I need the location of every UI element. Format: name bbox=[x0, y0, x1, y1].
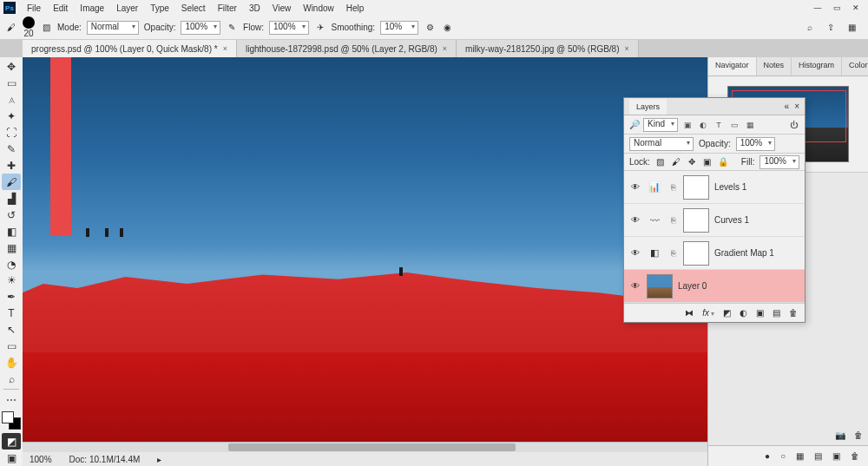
fill-input[interactable]: 100% bbox=[760, 155, 799, 169]
airbrush-icon[interactable]: ✈ bbox=[314, 22, 326, 34]
filter-pixel-icon[interactable]: ▣ bbox=[681, 119, 694, 131]
eraser-tool[interactable]: ◧ bbox=[2, 223, 21, 240]
pressure-opacity-icon[interactable]: ✎ bbox=[226, 22, 238, 34]
link-icon[interactable]: ⎘ bbox=[667, 249, 678, 258]
status-arrow-icon[interactable]: ▸ bbox=[157, 455, 161, 464]
eyedropper-tool[interactable]: ✎ bbox=[2, 141, 21, 158]
filter-type-icon[interactable]: T bbox=[713, 119, 725, 131]
quick-select-tool[interactable]: ✦ bbox=[2, 108, 21, 125]
layer-opacity-input[interactable]: 100% bbox=[736, 137, 776, 151]
close-icon[interactable]: × bbox=[625, 44, 629, 53]
new-layer-icon[interactable]: ▤ bbox=[773, 308, 780, 318]
menu-window[interactable]: Window bbox=[297, 2, 340, 15]
horizontal-scrollbar[interactable] bbox=[23, 442, 707, 452]
mode-select[interactable]: Normal bbox=[87, 21, 139, 35]
layers-panel[interactable]: Layers « × 🔎 Kind ▣ ◐ T ▭ ▦ ⏻ Normal Opa… bbox=[623, 97, 806, 323]
pressure-size-icon[interactable]: ◉ bbox=[441, 22, 453, 34]
close-icon[interactable]: × bbox=[223, 44, 227, 53]
visibility-icon[interactable]: 👁 bbox=[629, 248, 641, 258]
smoothing-input[interactable]: 10% bbox=[380, 21, 418, 35]
path-select-tool[interactable]: ↖ bbox=[2, 322, 21, 338]
layer-row[interactable]: 👁 📊 ⎘ Levels 1 bbox=[624, 171, 805, 204]
close-icon[interactable]: × bbox=[794, 102, 799, 111]
grid-icon[interactable]: ▦ bbox=[796, 451, 804, 461]
healing-tool[interactable]: ✚ bbox=[2, 158, 21, 174]
link-icon[interactable]: ⎘ bbox=[667, 216, 678, 225]
menu-file[interactable]: File bbox=[21, 2, 47, 15]
quick-mask-toggle[interactable]: ◩ bbox=[2, 433, 21, 450]
layer-row[interactable]: 👁 〰 ⎘ Curves 1 bbox=[624, 204, 805, 237]
type-tool[interactable]: T bbox=[2, 305, 21, 322]
link-layers-icon[interactable]: ⧓ bbox=[685, 308, 694, 318]
edit-toolbar[interactable]: ⋯ bbox=[2, 391, 21, 408]
history-brush-tool[interactable]: ↺ bbox=[2, 207, 21, 223]
flow-input[interactable]: 100% bbox=[269, 21, 309, 35]
tab-navigator[interactable]: Navigator bbox=[708, 57, 757, 75]
menu-view[interactable]: View bbox=[266, 2, 298, 15]
screen-mode[interactable]: ▣ bbox=[2, 450, 21, 466]
delete-layer-icon[interactable]: 🗑 bbox=[789, 308, 798, 318]
link-icon[interactable]: ⎘ bbox=[667, 183, 678, 192]
menu-image[interactable]: Image bbox=[74, 2, 110, 15]
layer-name[interactable]: Layer 0 bbox=[678, 281, 707, 291]
menu-3d[interactable]: 3D bbox=[243, 2, 266, 15]
menu-edit[interactable]: Edit bbox=[47, 2, 74, 15]
group-icon[interactable]: ▣ bbox=[756, 308, 764, 318]
hand-tool[interactable]: ✋ bbox=[2, 355, 21, 371]
blur-tool[interactable]: ◔ bbox=[2, 256, 21, 272]
trash-icon[interactable]: 🗑 bbox=[851, 451, 859, 461]
dodge-tool[interactable]: ☀ bbox=[2, 272, 21, 289]
menu-select[interactable]: Select bbox=[175, 2, 212, 15]
layer-name[interactable]: Levels 1 bbox=[714, 182, 746, 192]
menu-filter[interactable]: Filter bbox=[212, 2, 243, 15]
trash-icon[interactable]: 🗑 bbox=[854, 430, 863, 440]
document-tab[interactable]: milky-way-2181250.jpg @ 50% (RGB/8) × bbox=[457, 40, 639, 57]
share-icon[interactable]: ⇪ bbox=[825, 22, 837, 34]
layer-mask-thumb[interactable] bbox=[683, 175, 709, 200]
maximize-button[interactable]: ▭ bbox=[828, 2, 845, 14]
tab-notes[interactable]: Notes bbox=[757, 57, 792, 75]
circle-icon[interactable]: ○ bbox=[780, 451, 786, 461]
document-canvas[interactable] bbox=[23, 57, 707, 446]
brush-settings-icon[interactable]: ▧ bbox=[40, 22, 52, 34]
move-tool[interactable]: ✥ bbox=[2, 59, 21, 75]
zoom-value[interactable]: 100% bbox=[30, 455, 52, 464]
collapse-icon[interactable]: « bbox=[785, 102, 790, 111]
layers-panel-header[interactable]: Layers « × bbox=[624, 98, 805, 115]
scrollbar-thumb[interactable] bbox=[228, 443, 516, 451]
minimize-button[interactable]: — bbox=[809, 2, 826, 14]
menu-help[interactable]: Help bbox=[340, 2, 371, 15]
smoothing-options-icon[interactable]: ⚙ bbox=[424, 22, 436, 34]
shape-tool[interactable]: ▭ bbox=[2, 338, 21, 355]
marquee-tool[interactable]: ▭ bbox=[2, 75, 21, 92]
foreground-swatch[interactable] bbox=[2, 411, 14, 423]
visibility-icon[interactable]: 👁 bbox=[629, 182, 641, 192]
layers-tab[interactable]: Layers bbox=[629, 99, 667, 115]
document-tab[interactable]: progress.psd @ 100% (Layer 0, Quick Mask… bbox=[23, 40, 237, 57]
close-icon[interactable]: × bbox=[443, 44, 447, 53]
menu-layer[interactable]: Layer bbox=[110, 2, 144, 15]
filter-toggle-icon[interactable]: ⏻ bbox=[787, 119, 799, 131]
lock-paint-icon[interactable]: 🖌 bbox=[671, 157, 681, 167]
layer-thumbnail[interactable] bbox=[647, 274, 673, 299]
zoom-tool[interactable]: ⌕ bbox=[2, 371, 21, 388]
doc-size-value[interactable]: Doc: 10.1M/14.4M bbox=[69, 455, 141, 464]
brush-tool[interactable]: 🖌 bbox=[2, 174, 21, 190]
layer-style-icon[interactable]: fx▾ bbox=[702, 308, 714, 318]
visibility-icon[interactable]: 👁 bbox=[629, 215, 641, 225]
filter-search-icon[interactable]: 🔎 bbox=[629, 120, 640, 129]
workspace-icon[interactable]: ▦ bbox=[845, 22, 858, 34]
doc-icon[interactable]: ▤ bbox=[814, 451, 822, 461]
filter-shape-icon[interactable]: ▭ bbox=[728, 119, 740, 131]
canvas-area[interactable]: 100% Doc: 10.1M/14.4M ▸ bbox=[23, 57, 707, 466]
crop-tool[interactable]: ⛶ bbox=[2, 125, 21, 141]
close-button[interactable]: ✕ bbox=[847, 2, 865, 14]
document-tab[interactable]: lighthouse-1872998.psd @ 50% (Layer 2, R… bbox=[237, 40, 457, 57]
stamp-tool[interactable]: ▟ bbox=[2, 190, 21, 207]
lock-all-icon[interactable]: 🔒 bbox=[718, 157, 728, 167]
blend-mode-select[interactable]: Normal bbox=[629, 137, 694, 151]
folder-icon[interactable]: ▣ bbox=[832, 451, 840, 461]
layer-name[interactable]: Curves 1 bbox=[714, 215, 749, 225]
tool-preset-icon[interactable]: 🖌 bbox=[5, 22, 17, 34]
dot-icon[interactable]: ● bbox=[765, 451, 770, 461]
